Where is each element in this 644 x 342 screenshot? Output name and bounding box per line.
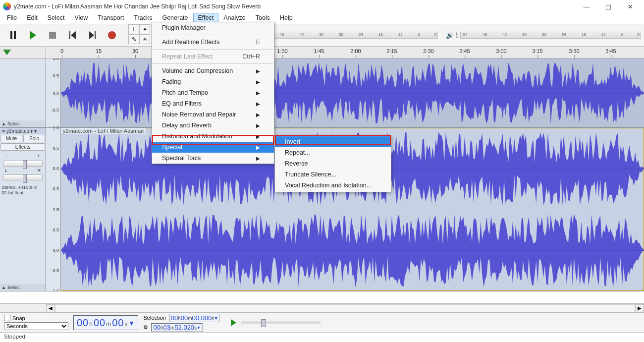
window-maximize-button[interactable]: ▢ (597, 0, 619, 13)
tool-envelope[interactable]: ✦ (139, 24, 150, 34)
tool-selection[interactable]: I (128, 24, 139, 34)
speaker-meter-icon: 🔊 (446, 32, 454, 39)
snap-checkbox[interactable]: Snap (4, 315, 68, 321)
tool-draw[interactable]: ✎ (128, 34, 139, 44)
skip-end-button[interactable] (83, 26, 101, 44)
window-titlebar: y2mate.com - LoFi Milan Aasman Me Hoi Ch… (0, 0, 644, 13)
menu-delay-and-reverb[interactable]: Delay and Reverb▶ (152, 120, 274, 131)
horizontal-scrollbar[interactable]: ◀ ▶ (0, 303, 644, 312)
selection-end[interactable]: 00h03m52.020s▾ (151, 323, 202, 332)
ruler-tick: 3:15 (532, 48, 542, 54)
menu-special-invert[interactable]: Invert (275, 136, 391, 147)
ruler-tick: 2:45 (459, 48, 470, 54)
menu-plugin-manager[interactable]: Plugin Manager (152, 22, 274, 33)
ruler-tick: 2:00 (350, 48, 361, 54)
ruler-tick: 30 (132, 48, 138, 54)
timeline-ruler[interactable]: 015301:301:452:002:152:302:453:003:153:3… (46, 47, 644, 58)
edit-tools: I ✦ ✎ ✳ (125, 24, 154, 46)
ruler-tick: 1:45 (314, 48, 324, 54)
record-button[interactable] (103, 26, 121, 44)
menu-file[interactable]: File (2, 13, 22, 24)
menu-repeat-last: Repeat Last EffectCtrl+R (152, 51, 274, 62)
track-panel-1: ▲ Select (0, 58, 46, 127)
gear-icon[interactable]: ⚙ (143, 324, 148, 331)
ruler-tick: 3:45 (605, 48, 616, 54)
menu-special[interactable]: Special▶ (152, 142, 274, 153)
effect-menu-dropdown: Plugin Manager Add Realtime EffectsE Rep… (152, 22, 274, 164)
skip-start-button[interactable] (63, 26, 81, 44)
menu-special-reverse[interactable]: Reverse (275, 158, 391, 169)
solo-button[interactable]: Solo (23, 135, 45, 142)
playhead-icon (3, 50, 11, 55)
selection-label: Selection (143, 315, 165, 321)
selection-start[interactable]: 00h00m00.000s▾ (169, 314, 220, 322)
play-at-speed-button[interactable] (231, 319, 236, 326)
menu-help[interactable]: Help (275, 13, 298, 24)
menubar: FileEditSelectViewTransportTracksGenerat… (0, 13, 644, 24)
timeline-ruler-row: 015301:301:452:002:152:302:453:003:153:3… (0, 47, 644, 58)
menu-special-vocal-reduction-and-isolation-[interactable]: Vocal Reduction and Isolation... (275, 180, 391, 191)
menu-view[interactable]: View (69, 13, 93, 24)
menu-fading[interactable]: Fading▶ (152, 76, 274, 87)
track2-collapse[interactable]: ▲ Select (0, 284, 46, 291)
menu-volume-and-compression[interactable]: Volume and Compression▶ (152, 65, 274, 76)
pause-button[interactable] (4, 26, 22, 44)
selection-toolbar: Snap Seconds 00h00m00s▾ Selection 00h00m… (0, 312, 644, 332)
playback-speed-slider[interactable] (241, 321, 321, 324)
track2-header[interactable]: ✕ y2mate.com ▾ (0, 128, 46, 134)
menu-edit[interactable]: Edit (22, 13, 43, 24)
track-panel-2: ✕ y2mate.com ▾ Mute Solo Effects －＋ LR S… (0, 128, 46, 291)
window-minimize-button[interactable]: ― (576, 0, 597, 13)
app-logo-icon (3, 2, 11, 10)
menu-eq-and-filters[interactable]: EQ and Filters▶ (152, 98, 274, 109)
main-toolbar: I ✦ ✎ ✳ 🔊 Audio Setup ⤴ Share Audio 🎤 LR… (0, 24, 644, 47)
menu-select[interactable]: Select (43, 13, 70, 24)
menu-distortion-and-modulation[interactable]: Distortion and Modulation▶ (152, 131, 274, 142)
ruler-tick: 2:15 (386, 48, 397, 54)
time-display[interactable]: 00h00m00s▾ (73, 315, 138, 330)
mute-button[interactable]: Mute (0, 135, 22, 142)
scroll-right-button[interactable]: ▶ (635, 304, 644, 312)
play-button[interactable] (24, 26, 42, 44)
playback-meter[interactable]: 🔊 LR -54-48-42-36-30-24-18-12-60 (441, 24, 644, 46)
track1-waveform[interactable]: 1.00.50.0-0.5-1.0 (46, 58, 644, 127)
special-submenu: InvertRepeat...ReverseTruncate Silence..… (274, 135, 391, 192)
menu-noise-removal-and-repair[interactable]: Noise Removal and Repair▶ (152, 109, 274, 120)
ruler-tick: 0 (60, 48, 63, 54)
status-bar: Stopped. (0, 332, 644, 342)
track1-collapse[interactable]: ▲ Select (0, 120, 46, 127)
gain-slider[interactable] (3, 161, 43, 167)
menu-spectral-tools[interactable]: Spectral Tools▶ (152, 153, 274, 164)
scroll-left-button[interactable]: ◀ (46, 304, 55, 312)
menu-special-repeat-[interactable]: Repeat... (275, 147, 391, 158)
ruler-tick: 15 (96, 48, 102, 54)
ruler-tick: 3:30 (569, 48, 579, 54)
ruler-tick: 2:30 (423, 48, 433, 54)
menu-special-truncate-silence-[interactable]: Truncate Silence... (275, 169, 391, 180)
track-format: Stereo, 44100Hz32-bit float (0, 183, 46, 197)
timeline-pin[interactable] (0, 47, 46, 58)
tool-multi[interactable]: ✳ (139, 34, 150, 44)
snap-unit-select[interactable]: Seconds (4, 322, 68, 330)
stop-button[interactable] (44, 26, 61, 44)
pan-slider[interactable] (3, 174, 43, 180)
window-title: y2mate.com - LoFi Milan Aasman Me Hoi Ch… (14, 3, 261, 10)
ruler-tick: 1:30 (277, 48, 287, 54)
menu-pitch-and-tempo[interactable]: Pitch and Tempo▶ (152, 87, 274, 98)
menu-transport[interactable]: Transport (93, 13, 129, 24)
window-close-button[interactable]: ✕ (619, 0, 641, 13)
menu-add-realtime[interactable]: Add Realtime EffectsE (152, 37, 274, 48)
effects-button[interactable]: Effects (0, 143, 45, 151)
ruler-tick: 3:00 (496, 48, 506, 54)
